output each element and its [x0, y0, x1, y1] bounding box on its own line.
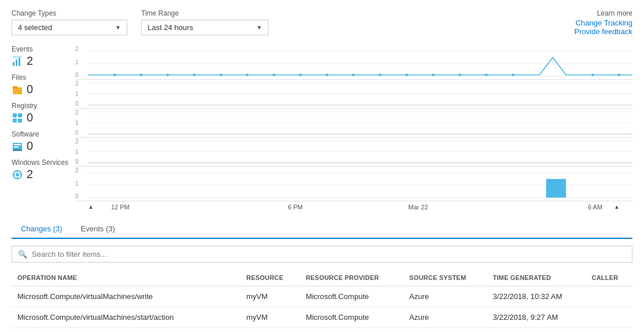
cell-caller	[586, 286, 632, 307]
table-header-row: OPERATION NAME RESOURCE RESOURCE PROVIDE…	[12, 270, 632, 286]
provide-feedback-link[interactable]: Provide feedback	[575, 27, 632, 36]
svg-point-38	[511, 73, 514, 76]
change-types-value: 4 selected	[18, 23, 52, 32]
registry-chart-area	[88, 109, 632, 137]
registry-chart-row: 2 1 0	[75, 109, 632, 138]
cell-source-system: Azure	[403, 307, 487, 328]
svg-rect-12	[14, 146, 19, 147]
svg-point-29	[273, 73, 275, 76]
search-input[interactable]	[32, 250, 626, 259]
metrics-panel: Events 2 Files	[12, 45, 75, 211]
change-types-dropdown[interactable]: 4 selected ▼	[12, 20, 127, 35]
main-content: Events 2 Files	[12, 45, 632, 211]
x-axis: ▲ 12 PM 6 PM Mar 22 6 AM ▲	[75, 201, 632, 211]
metric-software-label: Software	[12, 130, 75, 138]
table-row: Microsoft.Compute/virtualMachines/write …	[12, 286, 632, 307]
col-resource: RESOURCE	[241, 270, 300, 286]
svg-point-24	[140, 73, 143, 76]
svg-rect-9	[18, 119, 22, 123]
windows-services-chart-row: 2 1 0	[75, 167, 632, 201]
svg-point-15	[16, 173, 19, 176]
cell-resource: myVM	[241, 328, 300, 333]
svg-point-40	[618, 73, 621, 76]
files-icon	[12, 84, 23, 95]
svg-point-23	[113, 73, 116, 76]
svg-point-35	[432, 73, 435, 76]
tabs-container: Changes (3) Events (3)	[12, 220, 632, 239]
table-row: Microsoft.Compute/virtualMachines/start/…	[12, 307, 632, 328]
registry-icon	[12, 112, 23, 124]
col-operation-name: OPERATION NAME	[12, 270, 241, 286]
svg-rect-0	[13, 62, 14, 66]
learn-more-panel: Learn more Change Tracking Provide feedb…	[575, 9, 632, 36]
metric-software-value: 0	[27, 139, 33, 153]
files-chart-area	[88, 80, 632, 108]
cell-resource: myVM	[241, 307, 300, 328]
cell-operation-name: Microsoft.Compute/virtualMachines/start/…	[12, 307, 241, 328]
svg-point-31	[326, 73, 329, 76]
col-resource-provider: RESOURCE PROVIDER	[300, 270, 403, 286]
search-icon: 🔍	[18, 250, 27, 259]
tab-changes[interactable]: Changes (3)	[12, 220, 72, 239]
metric-registry-value: 0	[27, 111, 33, 124]
metric-files: Files 0	[12, 73, 75, 96]
change-tracking-link[interactable]: Change Tracking	[575, 19, 632, 27]
svg-rect-8	[13, 119, 17, 123]
svg-point-30	[299, 73, 302, 76]
svg-point-28	[246, 73, 249, 76]
metric-windows-services: Windows Services 2	[12, 158, 75, 181]
change-types-group: Change Types 4 selected ▼	[12, 9, 127, 35]
data-table: OPERATION NAME RESOURCE RESOURCE PROVIDE…	[12, 270, 632, 332]
software-chart-area	[88, 138, 632, 166]
windows-services-icon	[12, 169, 23, 180]
col-time-generated: TIME GENERATED	[487, 270, 586, 286]
svg-point-34	[406, 73, 409, 76]
cell-source-system: Azure	[403, 328, 487, 333]
windows-services-chart-area	[88, 167, 632, 201]
metric-files-label: Files	[12, 73, 75, 82]
svg-rect-7	[18, 113, 22, 117]
software-chart-row: 2 1 0	[75, 138, 632, 167]
software-icon	[12, 141, 23, 152]
cell-operation-name: Microsoft.Compute/virtualMachines/write	[12, 286, 241, 307]
svg-point-39	[591, 73, 594, 76]
svg-point-36	[458, 73, 461, 76]
cell-operation-name: Microsoft.Compute/virtualMachines/deallo…	[12, 328, 241, 333]
x-axis-triangle-left: ▲	[88, 204, 94, 211]
charts-panel: 2 1 0	[75, 45, 632, 211]
tab-events[interactable]: Events (3)	[72, 220, 124, 239]
events-icon	[12, 56, 23, 67]
x-axis-triangle-right: ▲	[614, 204, 620, 211]
svg-rect-6	[13, 113, 17, 117]
metric-windows-services-value: 2	[27, 168, 33, 181]
time-range-dropdown[interactable]: Last 24 hours ▼	[141, 20, 268, 35]
main-container: Change Types 4 selected ▼ Time Range Las…	[0, 0, 644, 332]
metric-events-label: Events	[12, 45, 75, 53]
metric-windows-services-label: Windows Services	[12, 158, 75, 167]
cell-caller	[586, 307, 632, 328]
svg-point-25	[166, 73, 169, 76]
chevron-down-icon-2: ▼	[256, 24, 262, 31]
metric-registry: Registry 0	[12, 102, 75, 124]
events-chart-row: 2 1 0	[75, 45, 632, 80]
learn-more-label: Learn more	[575, 9, 632, 17]
time-range-value: Last 24 hours	[148, 23, 193, 32]
chevron-down-icon: ▼	[115, 24, 121, 31]
cell-time-generated: 3/22/2018, 10:32 AM	[487, 286, 586, 307]
top-controls: Change Types 4 selected ▼ Time Range Las…	[12, 9, 632, 36]
x-axis-label-6am: 6 AM	[480, 204, 602, 211]
table-row: Microsoft.Compute/virtualMachines/deallo…	[12, 328, 632, 333]
svg-point-32	[352, 73, 355, 76]
change-types-label: Change Types	[12, 9, 127, 17]
svg-rect-1	[16, 60, 17, 66]
cell-time-generated: 3/22/2018, 9:27 AM	[487, 307, 586, 328]
svg-point-33	[379, 73, 382, 76]
events-chart-area	[88, 45, 632, 79]
svg-point-27	[219, 73, 222, 76]
svg-rect-3	[13, 57, 21, 57]
x-axis-label-6pm: 6 PM	[234, 204, 356, 211]
cell-resource-provider: Microsoft.Compute	[300, 307, 403, 328]
metric-files-value: 0	[27, 83, 33, 96]
files-chart-row: 2 1 0	[75, 80, 632, 109]
cell-caller	[586, 328, 632, 333]
